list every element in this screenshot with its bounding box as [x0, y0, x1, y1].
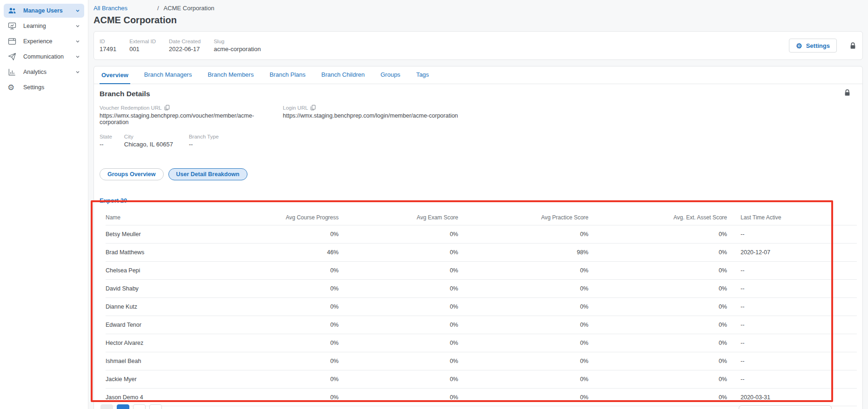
voucher-url-value: https://wmx.staging.benchprep.com/vouche…: [100, 112, 283, 125]
avg-ext-asset-score: 0%: [588, 267, 727, 274]
user-name: Dianne Kutz: [106, 303, 245, 310]
tab-branch-plans[interactable]: Branch Plans: [267, 71, 307, 84]
last-time-active: --: [727, 376, 857, 383]
branch-type-field: Branch Type --: [189, 134, 219, 148]
last-time-active: --: [727, 303, 857, 310]
export-link[interactable]: Export 20: [100, 197, 127, 204]
branch-info-card: ID 17491 External ID 001 Date Created 20…: [93, 31, 863, 60]
avg-practice-score: 0%: [458, 322, 588, 328]
field-value: Chicago, IL 60657: [124, 141, 173, 148]
lock-icon: [849, 42, 857, 50]
avg-practice-score: 0%: [458, 394, 588, 401]
table-row: Ishmael Beah 0% 0% 0% 0% --: [106, 352, 857, 370]
pagination: [100, 404, 162, 409]
window-icon: [7, 37, 20, 46]
last-time-active: 2020-03-31: [727, 394, 857, 401]
avg-course-progress: 0%: [245, 267, 339, 274]
field-date-created: Date Created 2022-06-17: [169, 39, 200, 53]
avg-ext-asset-score: 0%: [588, 394, 727, 401]
copy-icon[interactable]: [310, 105, 316, 111]
avg-course-progress: 0%: [245, 303, 339, 310]
user-name: Hector Alvarez: [106, 340, 245, 346]
user-detail-breakdown-pill[interactable]: User Detail Breakdown: [168, 168, 247, 180]
pagination-page[interactable]: [133, 404, 146, 409]
tab-branch-children[interactable]: Branch Children: [320, 71, 367, 84]
settings-button[interactable]: ⚙ Settings: [789, 39, 837, 53]
groups-overview-pill[interactable]: Groups Overview: [100, 168, 164, 180]
tab-overview[interactable]: Overview: [100, 72, 130, 84]
overview-panel: Branch Details Voucher Redemption URL ht…: [94, 84, 862, 406]
last-time-active: --: [727, 340, 857, 346]
avg-exam-score: 0%: [339, 358, 458, 364]
gear-icon: ⚙: [796, 42, 802, 49]
breadcrumb-all-branches-link[interactable]: All Branches: [93, 5, 127, 12]
sidebar-item-experience[interactable]: Experience: [4, 34, 84, 48]
tab-branch-members[interactable]: Branch Members: [206, 71, 255, 84]
avg-course-progress: 0%: [245, 394, 339, 401]
field-value: 001: [129, 46, 156, 53]
login-url-value: https://wmx.staging.benchprep.com/login/…: [283, 112, 458, 119]
avg-exam-score: 0%: [339, 285, 458, 292]
pagination-page-current[interactable]: [117, 404, 129, 409]
tab-groups[interactable]: Groups: [379, 71, 402, 84]
chevron-down-icon: [75, 8, 80, 13]
view-toggle: Groups Overview User Detail Breakdown: [100, 168, 857, 180]
user-name: Brad Matthews: [106, 249, 245, 256]
sidebar-item-settings[interactable]: ⚙ Settings: [4, 80, 84, 94]
column-header-last-time-active: Last Time Active: [727, 214, 857, 221]
avg-course-progress: 0%: [245, 358, 339, 364]
field-value: 2022-06-17: [169, 46, 200, 53]
copy-icon[interactable]: [164, 105, 170, 111]
field-slug: Slug acme-corporation: [214, 39, 260, 53]
column-header-avg-practice-score: Avg Practice Score: [458, 214, 588, 221]
avg-ext-asset-score: 0%: [588, 340, 727, 346]
tab-tags[interactable]: Tags: [414, 71, 431, 84]
avg-practice-score: 0%: [458, 285, 588, 292]
send-icon: [7, 52, 20, 61]
column-header-avg-ext-asset-score: Avg. Ext. Asset Score: [588, 214, 727, 221]
pagination-page[interactable]: [149, 404, 162, 409]
avg-exam-score: 0%: [339, 376, 458, 383]
user-name: Jason Demo 4: [106, 394, 245, 401]
avg-ext-asset-score: 0%: [588, 231, 727, 237]
avg-exam-score: 0%: [339, 267, 458, 274]
field-value: --: [100, 141, 112, 148]
field-label: ID: [100, 39, 116, 44]
field-id: ID 17491: [100, 39, 116, 53]
sidebar-item-learning[interactable]: Learning: [4, 19, 84, 33]
table-row: Betsy Meuller 0% 0% 0% 0% --: [106, 225, 857, 243]
sidebar-item-label: Communication: [23, 53, 75, 60]
avg-practice-score: 0%: [458, 231, 588, 237]
table-row: Brad Matthews 46% 0% 98% 0% 2020-12-07: [106, 243, 857, 261]
user-name: Betsy Meuller: [106, 231, 245, 237]
avg-exam-score: 0%: [339, 231, 458, 237]
sidebar-item-label: Learning: [23, 23, 75, 29]
field-value: 17491: [100, 46, 116, 53]
avg-ext-asset-score: 0%: [588, 303, 727, 310]
chevron-down-icon: [75, 69, 80, 75]
sidebar-item-communication[interactable]: Communication: [4, 50, 84, 64]
last-time-active: --: [727, 285, 857, 292]
table-row: Hector Alvarez 0% 0% 0% 0% --: [106, 334, 857, 352]
column-header-avg-exam-score: Avg Exam Score: [339, 214, 458, 221]
sidebar-item-label: Experience: [23, 38, 75, 45]
city-field: City Chicago, IL 60657: [124, 134, 173, 148]
tab-branch-managers[interactable]: Branch Managers: [142, 71, 194, 84]
pagination-prev-button[interactable]: [100, 404, 113, 409]
user-name: Jackie Myer: [106, 376, 245, 383]
breadcrumb-current: ACME Corporation: [164, 5, 214, 12]
bottom-right-button[interactable]: [739, 405, 832, 409]
avg-ext-asset-score: 0%: [588, 358, 727, 364]
last-time-active: --: [727, 231, 857, 237]
avg-exam-score: 0%: [339, 340, 458, 346]
monitor-icon: [7, 21, 20, 31]
sidebar-item-manage-users[interactable]: Manage Users: [4, 4, 84, 18]
user-name: David Shaby: [106, 285, 245, 292]
page-title: ACME Corporation: [93, 15, 863, 26]
field-external-id: External ID 001: [129, 39, 156, 53]
chevron-down-icon: [75, 39, 80, 44]
avg-exam-score: 0%: [339, 249, 458, 256]
avg-course-progress: 0%: [245, 376, 339, 383]
bar-chart-icon: [7, 67, 20, 77]
sidebar-item-analytics[interactable]: Analytics: [4, 65, 84, 79]
